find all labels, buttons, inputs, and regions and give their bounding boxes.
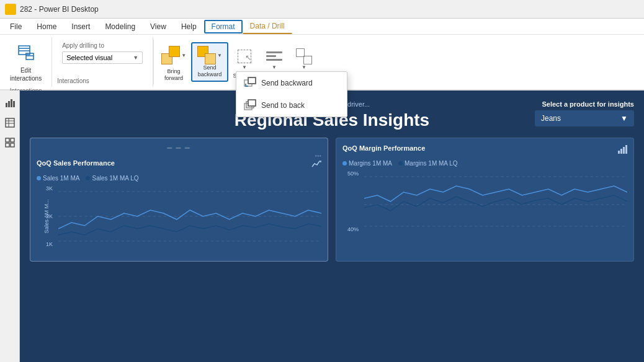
selection-icon: ↖ xyxy=(236,48,253,64)
svg-rect-3 xyxy=(6,5,8,7)
svg-rect-2 xyxy=(11,6,13,14)
chart-sales-yaxis-label: Sales 1M M... xyxy=(43,199,50,233)
bring-forward-button[interactable]: ▼ xyxy=(159,42,189,68)
align-chevron: ▼ xyxy=(272,64,277,70)
chart-sales-body: 3K 2K 1K Sales 1M M... xyxy=(37,185,321,247)
chart-margin-icon xyxy=(617,144,627,156)
yaxis-val-3: 1K xyxy=(37,241,53,247)
chart-grip-lines: ▬ ▬ ▬ xyxy=(37,144,321,150)
menu-view[interactable]: View xyxy=(143,20,174,33)
chart-sales-legend: Sales 1M MA Sales 1M MA LQ xyxy=(37,175,321,182)
svg-rect-0 xyxy=(6,9,8,14)
menu-file[interactable]: File xyxy=(2,20,29,33)
legend-sales-ma: Sales 1M MA xyxy=(37,175,79,182)
group-button[interactable]: ▼ xyxy=(290,46,318,73)
send-backward-container: ▼ Sendbackward xyxy=(191,42,228,82)
selected-visual-dropdown[interactable]: Selected visual ▼ xyxy=(62,51,143,64)
product-dropdown[interactable]: Jeans ▼ xyxy=(535,110,634,126)
chart-margin-header: QoQ Margin Performance xyxy=(342,144,627,156)
menu-insert[interactable]: Insert xyxy=(64,20,97,33)
canvas-area: What are the key driver... Regional Sale… xyxy=(20,90,644,362)
svg-rect-17 xyxy=(11,99,12,107)
apply-drilling-control: Apply drilling to Selected visual ▼ xyxy=(57,40,148,66)
bring-forward-icon xyxy=(161,46,180,64)
group-icon xyxy=(296,48,312,64)
send-backward-dropdown: Send backward Send to back xyxy=(236,71,347,117)
interactions-group-label2: Interactions xyxy=(57,75,89,84)
bring-forward-container: ▼ Bringforward xyxy=(159,42,189,82)
chart-sales-performance[interactable]: ▬ ▬ ▬ ••• QoQ Sales Performance Sales 1M xyxy=(30,138,328,262)
legend-dot-1 xyxy=(37,176,41,180)
selection-chevron: ▼ xyxy=(242,64,247,70)
svg-rect-1 xyxy=(9,7,11,14)
product-value: Jeans xyxy=(541,114,561,123)
menu-format[interactable]: Format xyxy=(204,20,243,33)
svg-rect-23 xyxy=(6,138,9,142)
sidebar-visual-icon[interactable] xyxy=(2,135,17,150)
sidebar-chart-icon[interactable] xyxy=(2,95,17,110)
svg-rect-32 xyxy=(623,147,625,154)
svg-rect-19 xyxy=(6,118,14,127)
selection-button[interactable]: ↖ ▼ xyxy=(231,46,258,73)
legend-dot-2 xyxy=(86,176,90,180)
legend-label-2: Sales 1M MA LQ xyxy=(92,175,138,182)
svg-rect-25 xyxy=(6,143,9,147)
legend-dot-3 xyxy=(342,161,347,166)
group-chevron: ▼ xyxy=(302,64,306,70)
edit-interactions-label: Editinteractions xyxy=(10,66,42,82)
dropdown-chevron-icon: ▼ xyxy=(133,55,138,61)
chart-grip-dots: ••• xyxy=(37,152,321,159)
send-backward-button[interactable]: ▼ Sendbackward xyxy=(191,42,228,82)
menu-help[interactable]: Help xyxy=(174,20,204,33)
yaxis-val-1: 3K xyxy=(37,185,53,192)
legend-label-4: Margins 1M MA LQ xyxy=(405,160,458,167)
send-backward-label: Sendbackward xyxy=(198,64,222,78)
chart-margin-body: 50% 40% xyxy=(342,170,627,232)
align-button[interactable]: ▼ xyxy=(261,46,288,73)
title-bar: 282 - Power BI Desktop xyxy=(0,0,644,19)
bring-forward-chevron: ▼ xyxy=(181,53,186,58)
menu-data-drill[interactable]: Data / Drill xyxy=(243,19,292,34)
align-icon xyxy=(266,48,282,64)
chart-margin-performance[interactable]: QoQ Margin Performance Margins 1M MA xyxy=(336,138,634,262)
sidebar-table-icon[interactable] xyxy=(2,115,17,130)
send-to-back-option[interactable]: Send to back xyxy=(236,94,347,117)
product-selector-area: Select a product for insights Jeans ▼ xyxy=(535,100,634,126)
edit-interactions-icon xyxy=(16,42,36,66)
edit-interactions-button[interactable]: Editinteractions xyxy=(5,40,47,85)
send-to-back-option-label: Send to back xyxy=(261,101,305,110)
legend-margins-ma: Margins 1M MA xyxy=(342,160,392,167)
bring-forward-label: Bringforward xyxy=(164,68,183,82)
window-title: 282 - Power BI Desktop xyxy=(20,5,99,14)
legend-dot-4 xyxy=(398,161,403,166)
svg-rect-31 xyxy=(620,149,622,154)
svg-rect-33 xyxy=(625,145,627,154)
legend-sales-ma-lq: Sales 1M MA LQ xyxy=(86,175,138,182)
app-icon xyxy=(5,4,16,15)
chart-sales-title: QoQ Sales Performance xyxy=(37,159,115,167)
send-to-back-option-icon xyxy=(244,99,256,112)
margin-yaxis-val-2: 40% xyxy=(342,226,359,232)
product-selector-label: Select a product for insights xyxy=(535,100,634,108)
svg-rect-16 xyxy=(8,101,10,107)
chart-margin-legend: Margins 1M MA Margins 1M MA LQ xyxy=(342,160,627,167)
chart-margin-plot xyxy=(364,170,627,232)
dashboard: What are the key driver... Regional Sale… xyxy=(20,90,644,362)
menu-modeling[interactable]: Modeling xyxy=(97,20,143,33)
send-backward-icon xyxy=(197,46,216,64)
chart-sales-header: QoQ Sales Performance xyxy=(37,159,321,171)
left-sidebar xyxy=(0,90,20,362)
svg-rect-15 xyxy=(6,103,7,107)
apply-drilling-label: Apply drilling to xyxy=(62,42,143,49)
send-backward-chevron: ▼ xyxy=(217,53,222,58)
legend-margins-ma-lq: Margins 1M MA LQ xyxy=(398,160,458,167)
chart-margin-title: QoQ Margin Performance xyxy=(342,144,425,152)
legend-label-1: Sales 1M MA xyxy=(43,175,79,182)
chart-sales-plot xyxy=(58,185,321,247)
legend-label-3: Margins 1M MA xyxy=(349,160,392,167)
svg-rect-18 xyxy=(13,101,15,107)
ribbon-group-interactions: Editinteractions Interactions xyxy=(0,37,52,87)
send-backward-option[interactable]: Send backward xyxy=(236,72,347,94)
menu-home[interactable]: Home xyxy=(29,20,64,33)
product-dropdown-chevron-icon: ▼ xyxy=(620,114,628,123)
